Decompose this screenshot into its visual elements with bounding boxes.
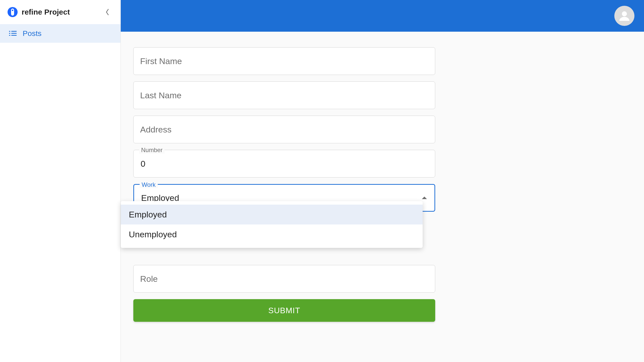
address-field[interactable]: Address (133, 116, 435, 143)
main: First Name Last Name Address Number Work… (121, 0, 644, 362)
collapse-sidebar-button[interactable] (102, 7, 113, 18)
role-input[interactable] (134, 265, 435, 292)
svg-rect-2 (9, 31, 10, 32)
address-input[interactable] (134, 116, 435, 143)
sidebar-item-label: Posts (23, 29, 42, 38)
number-input[interactable] (134, 150, 435, 177)
submit-button[interactable]: SUBMIT (133, 299, 435, 322)
svg-rect-6 (9, 35, 10, 36)
role-field[interactable]: Role (133, 265, 435, 293)
refine-logo-icon (8, 7, 18, 17)
work-dropdown: Employed Unemployed (121, 201, 423, 248)
topbar (121, 0, 644, 32)
content: First Name Last Name Address Number Work… (121, 32, 644, 337)
sidebar: refine Project Posts (0, 0, 121, 362)
last-name-field[interactable]: Last Name (133, 81, 435, 109)
work-label: Work (140, 181, 158, 188)
svg-point-1 (12, 10, 13, 11)
number-field[interactable]: Number (133, 150, 435, 177)
list-icon (9, 30, 17, 36)
project-title: refine Project (22, 8, 70, 16)
first-name-field[interactable]: First Name (133, 47, 435, 75)
form: First Name Last Name Address Number Work… (133, 47, 435, 322)
work-option-employed[interactable]: Employed (121, 205, 423, 224)
sidebar-header: refine Project (0, 0, 120, 24)
svg-point-8 (622, 11, 627, 16)
sidebar-item-posts[interactable]: Posts (0, 24, 120, 43)
caret-up-icon (422, 197, 427, 199)
last-name-input[interactable] (134, 82, 435, 109)
person-icon (618, 10, 630, 22)
submit-label: SUBMIT (268, 306, 300, 315)
first-name-input[interactable] (134, 48, 435, 75)
user-avatar[interactable] (614, 6, 634, 26)
logo: refine Project (8, 7, 102, 17)
chevron-left-icon (105, 8, 110, 16)
work-option-unemployed[interactable]: Unemployed (121, 224, 423, 244)
svg-rect-5 (11, 33, 17, 34)
svg-rect-4 (9, 33, 10, 34)
svg-rect-7 (11, 35, 17, 36)
svg-rect-3 (11, 31, 17, 32)
